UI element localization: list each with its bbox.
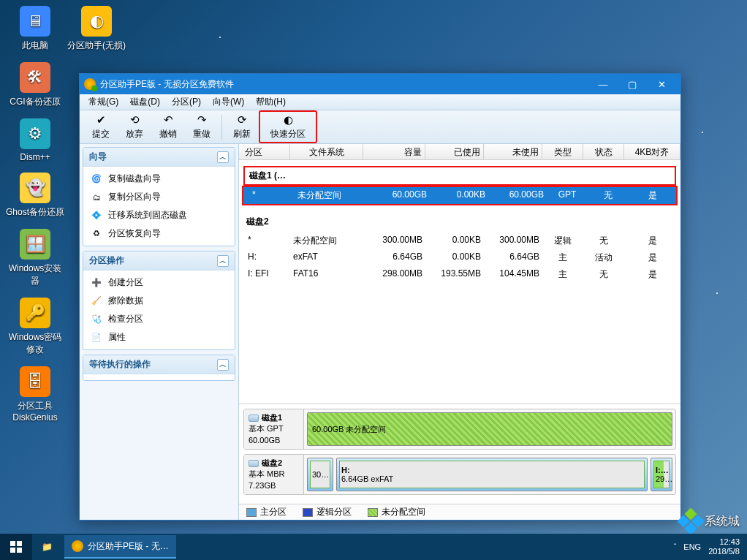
maximize-button[interactable]: ▢ bbox=[618, 74, 647, 94]
partition-row[interactable]: H:exFAT6.64GB0.00KB6.64GB主活动是 bbox=[239, 249, 680, 266]
app-icon bbox=[72, 540, 83, 552]
menu-item[interactable]: 向导(W) bbox=[207, 94, 250, 110]
disk-icon bbox=[249, 415, 259, 422]
item-icon: 🧹 bbox=[91, 295, 102, 307]
sidebar-panel: 分区操作︿➕创建分区🧹擦除数据🩺检查分区📄属性 bbox=[83, 251, 235, 350]
item-icon: 🩺 bbox=[91, 314, 102, 325]
window-title: 分区助手PE版 - 无损分区免费软件 bbox=[100, 78, 234, 91]
提交-icon: ✔ bbox=[94, 113, 107, 126]
taskbar-app-button[interactable]: 分区助手PE版 - 无… bbox=[64, 535, 176, 559]
desktop-icon[interactable]: 🪟Windows安装器 bbox=[6, 229, 64, 287]
item-label: 复制磁盘向导 bbox=[108, 173, 161, 185]
column-header[interactable]: 类型 bbox=[542, 144, 583, 159]
column-header[interactable]: 已使用 bbox=[425, 144, 484, 159]
partition-row[interactable]: I: EFIFAT16298.00MB193.55MB104.45MB主无是 bbox=[239, 266, 680, 283]
disk-label[interactable]: 磁盘1 (… bbox=[243, 166, 676, 186]
tray-up-icon[interactable]: ˆ bbox=[674, 542, 677, 551]
collapse-icon[interactable]: ︿ bbox=[217, 151, 229, 163]
map-segment[interactable]: 60.00GB 未分配空间 bbox=[307, 412, 672, 446]
start-button[interactable] bbox=[0, 534, 32, 560]
clock-date[interactable]: 2018/5/8 bbox=[708, 547, 740, 556]
column-header[interactable]: 容量 bbox=[363, 144, 425, 159]
toolbar-刷新[interactable]: ⟳刷新 bbox=[225, 111, 259, 143]
legend-swatch bbox=[303, 508, 313, 517]
file-explorer-icon[interactable]: 📁 bbox=[32, 534, 61, 560]
sidebar-panel: 向导︿🌀复制磁盘向导🗂复制分区向导💠迁移系统到固态磁盘♻分区恢复向导 bbox=[83, 147, 235, 246]
sidebar-item[interactable]: ♻分区恢复向导 bbox=[83, 224, 235, 243]
刷新-icon: ⟳ bbox=[235, 113, 249, 126]
sidebar-item[interactable]: 🌀复制磁盘向导 bbox=[83, 170, 235, 188]
disk-map-area: 磁盘1基本 GPT60.00GB60.00GB 未分配空间磁盘2基本 MBR7.… bbox=[239, 404, 680, 504]
clock-time[interactable]: 12:43 bbox=[708, 537, 740, 547]
map-segment[interactable]: I:…29… bbox=[651, 458, 672, 491]
item-label: 属性 bbox=[108, 331, 126, 344]
main-panel: 分区文件系统容量已使用未使用类型状态4KB对齐 磁盘1 (…*未分配空间60.0… bbox=[239, 144, 680, 520]
toolbar-label: 放弃 bbox=[126, 128, 143, 140]
legend-item: 逻辑分区 bbox=[303, 506, 352, 518]
desktop-icon[interactable]: 🖥此电脑 bbox=[6, 6, 64, 52]
desktop-icon[interactable]: 🛠CGI备份还原 bbox=[6, 62, 64, 108]
column-header[interactable]: 未使用 bbox=[484, 144, 542, 159]
重做-icon: ↷ bbox=[195, 113, 208, 126]
toolbar-放弃[interactable]: ⟲放弃 bbox=[118, 111, 151, 143]
column-header[interactable]: 分区 bbox=[239, 144, 290, 159]
sidebar-item[interactable]: 📄属性 bbox=[83, 328, 235, 347]
desktop-icon-label: 分区助手(无损) bbox=[67, 39, 126, 52]
disk-label[interactable]: 磁盘2 bbox=[239, 213, 680, 232]
item-icon: 💠 bbox=[91, 210, 102, 222]
item-label: 复制分区向导 bbox=[108, 191, 161, 203]
item-icon: 🌀 bbox=[91, 173, 102, 185]
toolbar-快速分区[interactable]: ◐快速分区 bbox=[259, 110, 317, 143]
panel-header[interactable]: 向导︿ bbox=[83, 148, 235, 167]
column-header[interactable]: 4KB对齐 bbox=[624, 144, 680, 159]
column-header[interactable]: 状态 bbox=[583, 144, 624, 159]
快速分区-icon: ◐ bbox=[281, 113, 295, 126]
sidebar-item[interactable]: 🧹擦除数据 bbox=[83, 292, 235, 310]
partition-row[interactable]: *未分配空间60.00GB0.00KB60.00GBGPT无是 bbox=[243, 187, 676, 204]
svg-rect-1 bbox=[17, 541, 22, 546]
collapse-icon[interactable]: ︿ bbox=[217, 255, 229, 267]
menu-item[interactable]: 常规(G) bbox=[83, 94, 124, 110]
input-lang[interactable]: ENG bbox=[683, 542, 701, 551]
toolbar-label: 刷新 bbox=[233, 128, 251, 140]
toolbar-撤销[interactable]: ↶撤销 bbox=[151, 111, 185, 143]
item-label: 擦除数据 bbox=[108, 295, 143, 307]
item-label: 分区恢复向导 bbox=[108, 227, 161, 240]
sidebar-item[interactable]: 🗂复制分区向导 bbox=[83, 188, 235, 206]
map-segment[interactable]: H:6.64GB exFAT bbox=[336, 458, 648, 491]
system-tray: ˆ ENG 12:43 2018/5/8 bbox=[667, 537, 747, 556]
disk-icon bbox=[249, 460, 259, 467]
sidebar-item[interactable]: 💠迁移系统到固态磁盘 bbox=[83, 206, 235, 224]
toolbar-label: 提交 bbox=[92, 128, 110, 140]
titlebar[interactable]: 分区助手PE版 - 无损分区免费软件 — ▢ ✕ bbox=[80, 74, 680, 94]
desktop-icon-label: Windows安装器 bbox=[6, 262, 64, 287]
menu-item[interactable]: 帮助(H) bbox=[250, 94, 292, 110]
menu-item[interactable]: 分区(P) bbox=[166, 94, 207, 110]
desktop-icon-label: Ghost备份还原 bbox=[6, 206, 64, 219]
minimize-button[interactable]: — bbox=[588, 74, 618, 94]
desktop-icon[interactable]: 👻Ghost备份还原 bbox=[6, 173, 64, 219]
disk-map: 磁盘1基本 GPT60.00GB60.00GB 未分配空间 bbox=[243, 409, 676, 450]
close-button[interactable]: ✕ bbox=[647, 74, 676, 94]
toolbar-重做[interactable]: ↷重做 bbox=[185, 111, 219, 143]
svg-rect-2 bbox=[10, 548, 15, 553]
toolbar-提交[interactable]: ✔提交 bbox=[84, 111, 118, 143]
menu-item[interactable]: 磁盘(D) bbox=[124, 94, 166, 110]
toolbar-label: 重做 bbox=[193, 128, 211, 140]
desktop-icon[interactable]: 🗄分区工具DiskGenius bbox=[6, 366, 64, 423]
desktop-icon[interactable]: ⚙Dism++ bbox=[6, 118, 64, 162]
desktop-icon-label: Dism++ bbox=[6, 152, 64, 162]
panel-header[interactable]: 分区操作︿ bbox=[83, 251, 235, 270]
panel-header[interactable]: 等待执行的操作︿ bbox=[83, 355, 235, 374]
collapse-icon[interactable]: ︿ bbox=[217, 359, 229, 371]
app-icon bbox=[84, 78, 96, 90]
sidebar-item[interactable]: 🩺检查分区 bbox=[83, 310, 235, 328]
taskbar: 📁 分区助手PE版 - 无… ˆ ENG 12:43 2018/5/8 bbox=[0, 534, 747, 560]
partition-row[interactable]: *未分配空间300.00MB0.00KB300.00MB逻辑无是 bbox=[239, 232, 680, 249]
column-header[interactable]: 文件系统 bbox=[290, 144, 363, 159]
desktop-icon[interactable]: ◐分区助手(无损) bbox=[67, 6, 126, 52]
desktop-icon[interactable]: 🔑Windows密码修改 bbox=[6, 298, 64, 356]
map-segment[interactable]: 30… bbox=[307, 458, 333, 491]
legend-item: 主分区 bbox=[246, 506, 287, 518]
sidebar-item[interactable]: ➕创建分区 bbox=[83, 273, 235, 292]
